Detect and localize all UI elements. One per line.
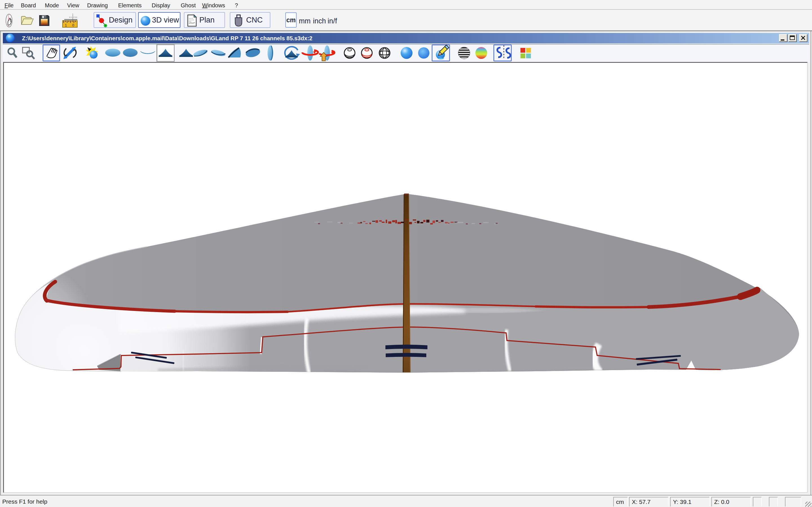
svg-text:1: 1 <box>65 23 67 27</box>
svg-text:0: 0 <box>72 23 74 27</box>
